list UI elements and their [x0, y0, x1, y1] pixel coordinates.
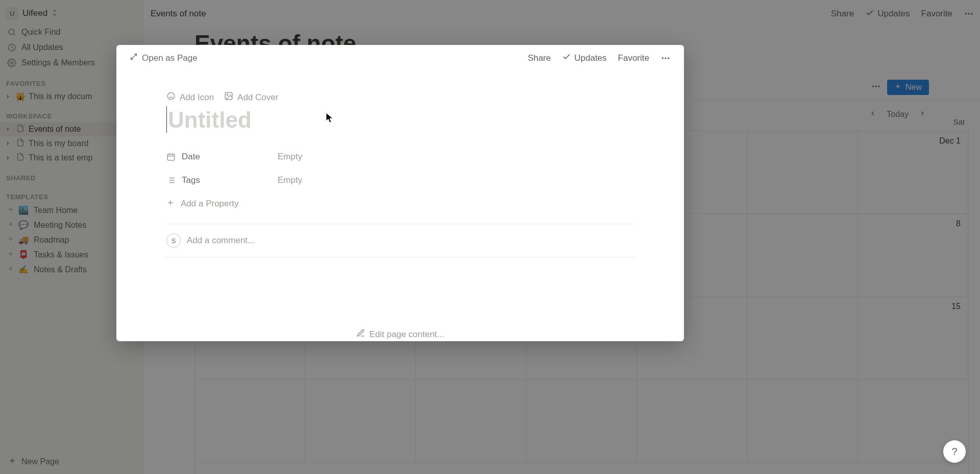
check-icon [562, 52, 571, 64]
property-tags[interactable]: Tags [166, 175, 278, 185]
smile-icon [166, 91, 176, 103]
expand-icon [130, 53, 138, 63]
property-tags-value[interactable]: Empty [278, 175, 302, 185]
page-modal: Open as Page Share Updates Favorite Add … [116, 45, 684, 341]
title-placeholder: Untitled [168, 107, 252, 132]
modal-favorite-button[interactable]: Favorite [618, 53, 649, 63]
add-property-button[interactable]: Add a Property [166, 192, 634, 216]
add-cover-button[interactable]: Add Cover [224, 91, 278, 103]
svg-point-10 [665, 57, 666, 59]
open-as-page-label: Open as Page [142, 53, 198, 63]
image-icon [224, 91, 233, 103]
svg-rect-15 [167, 154, 175, 160]
svg-point-9 [662, 57, 664, 59]
add-icon-button[interactable]: Add Icon [166, 91, 214, 103]
help-button[interactable]: ? [943, 440, 966, 463]
modal-share-button[interactable]: Share [528, 53, 551, 63]
divider [166, 224, 634, 224]
pencil-icon [356, 328, 365, 340]
avatar: S [166, 233, 181, 248]
property-date-value[interactable]: Empty [278, 152, 302, 162]
list-icon [166, 176, 176, 185]
title-input[interactable]: Untitled [166, 106, 634, 133]
svg-point-11 [668, 57, 669, 59]
svg-point-12 [167, 92, 175, 100]
modal-updates-button[interactable]: Updates [562, 52, 606, 64]
open-as-page-button[interactable]: Open as Page [130, 53, 198, 63]
comment-input[interactable]: Add a comment... [187, 235, 255, 246]
plus-icon [166, 199, 175, 209]
svg-point-14 [227, 94, 228, 95]
divider [166, 257, 634, 257]
calendar-icon [166, 152, 176, 161]
modal-more-icon[interactable] [660, 53, 671, 63]
edit-content-button[interactable]: Edit page content... [116, 328, 684, 340]
property-date[interactable]: Date [166, 152, 278, 162]
